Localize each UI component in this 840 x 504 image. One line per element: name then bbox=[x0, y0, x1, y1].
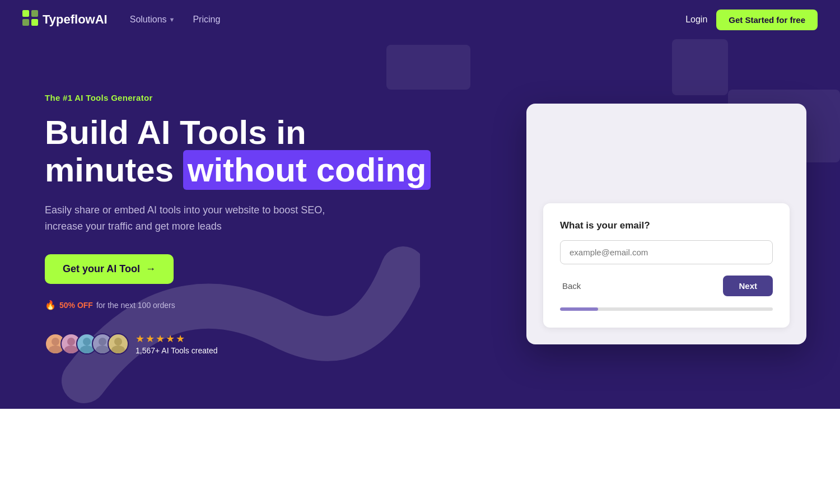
nav-solutions[interactable]: Solutions ▼ bbox=[130, 15, 175, 25]
svg-rect-2 bbox=[22, 19, 29, 26]
bottom-section bbox=[0, 409, 840, 504]
svg-point-7 bbox=[64, 346, 78, 353]
cta-arrow-icon: → bbox=[146, 263, 156, 275]
svg-point-9 bbox=[80, 346, 94, 353]
form-card: What is your email? Back Next bbox=[543, 203, 790, 328]
svg-point-8 bbox=[83, 338, 91, 346]
avatar bbox=[108, 333, 129, 354]
card-question: What is your email? bbox=[560, 220, 773, 231]
back-button[interactable]: Back bbox=[560, 276, 583, 296]
offer-row: 🔥 50% OFF for the next 100 orders bbox=[45, 300, 464, 310]
offer-badge: 50% OFF bbox=[59, 301, 93, 310]
solutions-dropdown-arrow: ▼ bbox=[169, 16, 175, 23]
progress-fill bbox=[560, 307, 598, 311]
cta-label: Get your AI Tool bbox=[63, 263, 140, 275]
offer-text: for the next 100 orders bbox=[96, 301, 175, 310]
progress-bar bbox=[560, 307, 773, 311]
hero-description: Easily share or embed AI tools into your… bbox=[45, 202, 336, 235]
svg-rect-0 bbox=[22, 10, 29, 17]
logo[interactable]: TypeflowAI bbox=[22, 10, 108, 29]
svg-point-12 bbox=[114, 338, 122, 346]
nav-right: Login Get Started for free bbox=[685, 10, 818, 30]
proof-text: ★★★★★ 1,567+ AI Tools created bbox=[136, 333, 217, 355]
svg-point-10 bbox=[99, 338, 106, 346]
login-button[interactable]: Login bbox=[685, 15, 707, 25]
next-button[interactable]: Next bbox=[723, 276, 773, 296]
hero-left: The #1 AI Tools Generator Build AI Tools… bbox=[45, 93, 464, 356]
email-input[interactable] bbox=[560, 240, 773, 264]
hero-right: What is your email? Back Next bbox=[487, 104, 806, 344]
navbar: TypeflowAI Solutions ▼ Pricing Login Get… bbox=[0, 0, 840, 39]
nav-pricing[interactable]: Pricing bbox=[193, 15, 220, 25]
hero-content: The #1 AI Tools Generator Build AI Tools… bbox=[0, 59, 840, 389]
title-highlight: without coding bbox=[183, 150, 431, 190]
svg-point-11 bbox=[96, 346, 109, 353]
card-actions: Back Next bbox=[560, 276, 773, 296]
hero-section: The #1 AI Tools Generator Build AI Tools… bbox=[0, 0, 840, 409]
fire-icon: 🔥 bbox=[45, 300, 56, 310]
tools-count: 1,567+ AI Tools created bbox=[136, 346, 217, 355]
get-started-button[interactable]: Get Started for free bbox=[716, 10, 818, 30]
cta-button[interactable]: Get your AI Tool → bbox=[45, 254, 174, 284]
svg-point-6 bbox=[67, 338, 75, 346]
title-line1: Build AI Tools in bbox=[45, 114, 306, 151]
svg-point-5 bbox=[49, 346, 62, 353]
logo-text: TypeflowAI bbox=[43, 12, 108, 27]
svg-rect-3 bbox=[31, 19, 38, 26]
nav-left: TypeflowAI Solutions ▼ Pricing bbox=[22, 10, 220, 29]
svg-rect-1 bbox=[31, 10, 38, 17]
social-proof: ★★★★★ 1,567+ AI Tools created bbox=[45, 333, 464, 355]
title-prefix: minutes bbox=[45, 151, 183, 189]
star-rating: ★★★★★ bbox=[136, 333, 217, 345]
svg-point-4 bbox=[52, 338, 59, 346]
nav-links: Solutions ▼ Pricing bbox=[130, 15, 221, 25]
logo-icon bbox=[22, 10, 38, 29]
hero-title: Build AI Tools in minutes without coding bbox=[45, 114, 464, 189]
demo-card: What is your email? Back Next bbox=[526, 104, 806, 344]
svg-point-13 bbox=[111, 346, 125, 353]
avatar-group bbox=[45, 333, 129, 354]
hero-tagline: The #1 AI Tools Generator bbox=[45, 93, 464, 102]
